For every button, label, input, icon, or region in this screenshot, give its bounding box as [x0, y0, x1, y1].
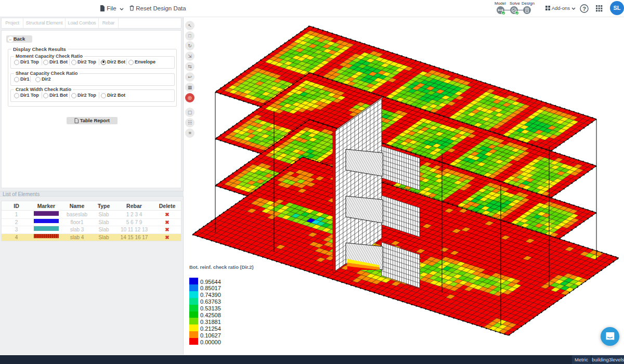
svg-text:?: ? — [582, 6, 586, 12]
